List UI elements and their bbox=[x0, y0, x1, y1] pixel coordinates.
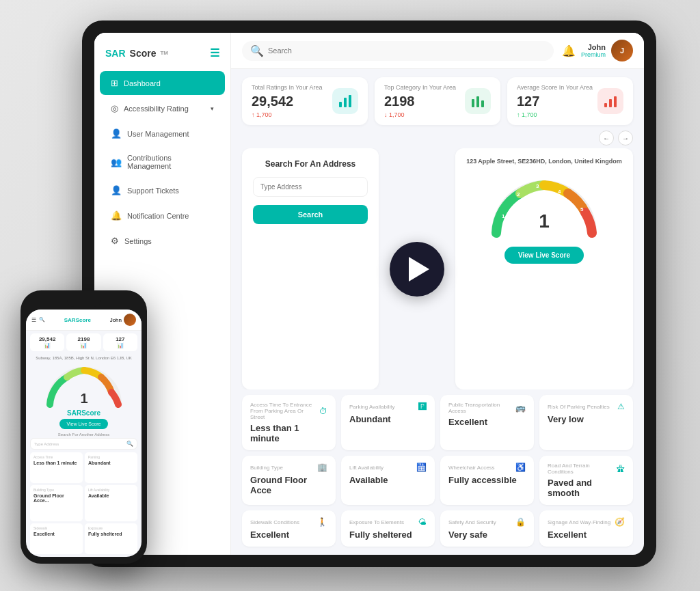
view-score-button[interactable]: View Live Score bbox=[504, 247, 584, 264]
sidebar-item-dashboard[interactable]: ⊞ Dashboard bbox=[100, 71, 225, 95]
svg-text:5: 5 bbox=[580, 206, 584, 212]
grid-card-value-building: Ground Floor Acce bbox=[250, 475, 327, 495]
nav-arrows: ← → bbox=[231, 130, 644, 148]
phone-notch bbox=[67, 297, 101, 307]
gauge-container: 1 2 3 4 5 1 bbox=[465, 171, 623, 240]
phone-stat-total: 29,542 📊 bbox=[30, 333, 64, 351]
label-text-transport: Public Transportation Access bbox=[448, 402, 515, 414]
svg-rect-1 bbox=[344, 98, 347, 107]
stat-card-total-ratings: Total Ratings In Your Area 29,542 ↑ 1,70… bbox=[242, 77, 368, 125]
phone-grid-label-parking: Parking bbox=[88, 455, 134, 459]
grid-card-label-wheelchair: Wheelchair Access ♿ bbox=[448, 463, 526, 472]
sidebar-item-user-mgmt[interactable]: 👤 User Management bbox=[100, 122, 225, 146]
label-text-road: Road And Terrain Conditions bbox=[548, 463, 617, 475]
building-icon: 🏢 bbox=[317, 463, 327, 472]
phone-input-row: Type Address 🔍 bbox=[30, 438, 137, 450]
phone-logo-score: Score bbox=[76, 317, 91, 323]
avatar: J bbox=[611, 40, 633, 61]
stat-icon-cat bbox=[465, 88, 491, 114]
stat-value-cat: 2198 bbox=[384, 94, 456, 109]
grid-card-value-wheelchair: Fully accessible bbox=[448, 475, 526, 485]
user-name: John bbox=[581, 43, 606, 51]
logo-score: Score bbox=[130, 48, 157, 59]
logo-sar: SAR bbox=[105, 48, 126, 59]
grid-card-sidewalk: Sidewalk Conditions 🚶 Excellent bbox=[242, 510, 336, 547]
phone-screen: ☰ 🔍 SARScore John 29,542 📊 2198 bbox=[26, 310, 142, 557]
logo-tm: TM bbox=[160, 50, 168, 56]
phone-search-icon-small[interactable]: 🔍 bbox=[126, 441, 133, 447]
notification-bell-icon[interactable]: 🔔 bbox=[562, 44, 576, 57]
bus-icon: 🚌 bbox=[515, 403, 526, 413]
grid-card-label-parking: Parking Availability 🅿 bbox=[349, 402, 427, 411]
weather-icon: 🌤 bbox=[418, 517, 427, 527]
play-button[interactable] bbox=[390, 242, 444, 297]
hamburger-icon[interactable]: ☰ bbox=[210, 46, 219, 59]
stat-change-avg: ↑ 1,700 bbox=[517, 111, 593, 118]
phone-grid-label-building: Building Type bbox=[33, 488, 79, 492]
next-arrow[interactable]: → bbox=[618, 130, 633, 146]
stat-card-avg-score: Average Score In Your Area 127 ↑ 1,700 bbox=[507, 77, 633, 125]
grid-card-value-transport: Excellent bbox=[448, 417, 526, 427]
road-icon: 🛣 bbox=[617, 464, 625, 473]
grid-card-label-access: Access Time To Entrance From Parking Are… bbox=[250, 402, 327, 420]
phone-view-score-button[interactable]: View Live Score bbox=[59, 419, 107, 429]
stat-label-cat: Top Category In Your Area bbox=[384, 84, 456, 91]
tablet-screen: SARScore TM ☰ ⊞ Dashboard ◎ Accessibilit… bbox=[94, 33, 644, 555]
stat-change-total: ↑ 1,700 bbox=[252, 111, 323, 118]
label-text-lift: Lift Availability bbox=[349, 465, 383, 471]
grid-card-label-sidewalk: Sidewalk Conditions 🚶 bbox=[250, 517, 327, 527]
grid-card-value-safety: Very safe bbox=[448, 530, 526, 540]
sidebar-label-support: Support Tickets bbox=[127, 187, 179, 195]
search-panel: Search For An Address Search bbox=[242, 148, 379, 389]
stat-value-avg: 127 bbox=[517, 94, 593, 109]
phone-grid-value-sidewalk: Excellent bbox=[33, 532, 79, 536]
label-text-access: Access Time To Entrance From Parking Are… bbox=[250, 402, 319, 420]
label-text-parking: Parking Availability bbox=[349, 404, 395, 410]
grid-card-value-lift: Available bbox=[349, 475, 427, 485]
stat-icon-avg bbox=[597, 88, 623, 114]
sidebar-item-notifications[interactable]: 🔔 Notification Centre bbox=[100, 204, 225, 228]
user-area: 🔔 John Premium J bbox=[562, 40, 633, 61]
sidebar-item-accessibility[interactable]: ◎ Accessibility Rating ▾ bbox=[100, 96, 225, 120]
search-panel-title: Search For An Address bbox=[253, 159, 368, 169]
svg-text:4: 4 bbox=[558, 189, 561, 195]
grid-card-label-transport: Public Transportation Access 🚌 bbox=[448, 402, 526, 414]
label-text-penalty: Risk Of Parking Penalties bbox=[548, 404, 610, 410]
search-button[interactable]: Search bbox=[253, 205, 368, 224]
phone-grid-card-parking: Parking Abundant bbox=[85, 452, 137, 483]
svg-rect-5 bbox=[481, 100, 484, 107]
grid-card-parking: Parking Availability 🅿 Abundant bbox=[341, 395, 435, 450]
phone-stat-val-total: 29,542 bbox=[33, 336, 61, 342]
grid-card-label-penalty: Risk Of Parking Penalties ⚠ bbox=[548, 402, 625, 411]
grid-card-access-time: Access Time To Entrance From Parking Are… bbox=[242, 395, 336, 450]
label-text-wheelchair: Wheelchair Access bbox=[448, 465, 495, 471]
label-text-sidewalk: Sidewalk Conditions bbox=[250, 519, 299, 525]
phone-grid-card-exposure: Exposure Fully sheltered bbox=[85, 523, 137, 554]
sidebar-item-settings[interactable]: ⚙ Settings bbox=[100, 229, 225, 253]
phone-type-address: Type Address bbox=[34, 442, 125, 446]
sidebar-item-support[interactable]: 👤 Support Tickets bbox=[100, 178, 225, 202]
search-input[interactable] bbox=[268, 46, 362, 55]
search-box[interactable]: 🔍 bbox=[242, 41, 554, 61]
warning-icon: ⚠ bbox=[617, 402, 625, 411]
svg-rect-6 bbox=[604, 103, 607, 107]
grid-card-label-safety: Safety And Security 🔒 bbox=[448, 517, 526, 527]
stat-icon-total bbox=[332, 88, 358, 114]
sidebar-label-dashboard: Dashboard bbox=[124, 79, 161, 87]
phone-grid-label-lift: Lift Availability bbox=[88, 488, 134, 492]
contributions-icon: 👥 bbox=[111, 157, 122, 167]
sidebar-item-contributions[interactable]: 👥 Contributions Management bbox=[100, 147, 225, 177]
grid-card-parking-penalty: Risk Of Parking Penalties ⚠ Very low bbox=[539, 395, 633, 450]
phone-grid-value-lift: Available bbox=[88, 493, 134, 498]
grid-card-signage: Signage And Way-Finding 🧭 Excellent bbox=[539, 510, 633, 547]
parking-icon: 🅿 bbox=[418, 402, 427, 411]
stat-label-total: Total Ratings In Your Area bbox=[252, 84, 323, 91]
phone-hamburger-icon[interactable]: ☰ bbox=[31, 317, 36, 323]
prev-arrow[interactable]: ← bbox=[599, 130, 614, 146]
user-info: John Premium bbox=[581, 43, 606, 58]
sidewalk-icon: 🚶 bbox=[317, 517, 327, 527]
address-input[interactable] bbox=[253, 177, 368, 197]
label-text-building: Building Type bbox=[250, 465, 283, 471]
phone-search-icon[interactable]: 🔍 bbox=[39, 317, 45, 322]
phone-sar-score: Score bbox=[81, 409, 100, 417]
